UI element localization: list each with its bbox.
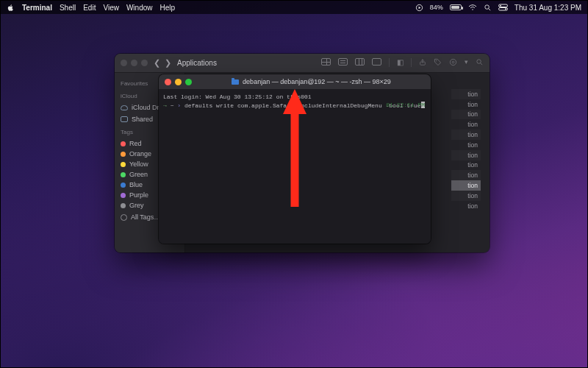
battery-icon[interactable] bbox=[450, 4, 462, 10]
view-gallery-icon[interactable] bbox=[372, 58, 381, 66]
battery-percent[interactable]: 84% bbox=[430, 4, 443, 11]
terminal-clock: 01:22:51 PM bbox=[386, 101, 425, 110]
terminal-last-login: Last login: Wed Aug 30 13:25:12 on ttys0… bbox=[163, 93, 312, 100]
folder-icon bbox=[121, 116, 128, 122]
menubar-item-shell[interactable]: Shell bbox=[60, 4, 76, 12]
list-item[interactable]: tion bbox=[451, 180, 481, 191]
list-item[interactable]: tion bbox=[451, 89, 481, 99]
sidebar-item-label: Orange bbox=[129, 150, 151, 158]
list-item[interactable]: tion bbox=[451, 140, 481, 150]
finder-toolbar-icons: ◧ ▾ bbox=[321, 58, 484, 68]
sidebar-item-label: Green bbox=[129, 171, 148, 178]
home-folder-icon bbox=[232, 79, 239, 85]
apple-menu-icon[interactable] bbox=[7, 4, 15, 12]
prompt-arrow-icon: → bbox=[163, 102, 167, 109]
tag-dot-icon bbox=[121, 193, 126, 198]
finder-minimize-button[interactable] bbox=[131, 60, 137, 66]
list-item[interactable]: tion bbox=[451, 99, 481, 110]
action-icon[interactable] bbox=[449, 58, 457, 68]
terminal-window[interactable]: debanjan — debanjan@192 — ~ — -zsh — 98×… bbox=[159, 74, 431, 244]
menubar-item-window[interactable]: Window bbox=[126, 4, 153, 12]
terminal-output[interactable]: Last login: Wed Aug 30 13:25:12 on ttys0… bbox=[159, 89, 431, 244]
svg-point-2 bbox=[485, 4, 490, 9]
finder-back-button[interactable]: ❮ bbox=[154, 58, 160, 68]
list-item[interactable]: tion bbox=[451, 150, 481, 160]
control-center-icon[interactable] bbox=[498, 4, 508, 11]
tag-dot-icon bbox=[121, 183, 126, 188]
chevron-down-icon[interactable]: ▾ bbox=[465, 58, 468, 68]
terminal-window-title: debanjan — debanjan@192 — ~ — -zsh — 98×… bbox=[243, 78, 391, 85]
menubar-item-edit[interactable]: Edit bbox=[83, 4, 96, 12]
svg-point-9 bbox=[450, 59, 456, 65]
tag-dot-icon bbox=[121, 203, 126, 208]
view-columns-icon[interactable] bbox=[355, 58, 365, 66]
sidebar-item-label: Purple bbox=[129, 191, 148, 199]
sidebar-item-label: Blue bbox=[129, 181, 143, 188]
finder-search-icon[interactable] bbox=[476, 58, 484, 68]
svg-point-10 bbox=[452, 61, 454, 63]
menubar-item-help[interactable]: Help bbox=[160, 4, 176, 12]
tag-dot-icon bbox=[121, 152, 126, 157]
list-item[interactable]: tion bbox=[451, 130, 481, 140]
svg-point-11 bbox=[477, 60, 481, 64]
view-list-icon[interactable] bbox=[338, 58, 348, 66]
svg-point-8 bbox=[436, 60, 437, 61]
sidebar-item-label: All Tags… bbox=[131, 213, 160, 221]
list-item[interactable]: tion bbox=[451, 191, 481, 201]
finder-zoom-button[interactable] bbox=[141, 60, 148, 66]
terminal-close-button[interactable] bbox=[165, 79, 171, 85]
tag-dot-icon bbox=[121, 172, 126, 177]
tag-dot-icon bbox=[121, 162, 126, 167]
terminal-minimize-button[interactable] bbox=[175, 79, 182, 85]
prompt-chevron-icon: › bbox=[177, 102, 181, 109]
cloud-icon bbox=[121, 105, 128, 110]
menubar-item-view[interactable]: View bbox=[103, 4, 119, 12]
sidebar-item-label: Red bbox=[129, 140, 142, 147]
svg-point-1 bbox=[472, 9, 473, 10]
wifi-icon[interactable] bbox=[468, 4, 477, 11]
menubar-datetime[interactable]: Thu 31 Aug 1:23 PM bbox=[514, 4, 581, 12]
tag-icon[interactable] bbox=[434, 58, 442, 68]
finder-traffic-lights bbox=[121, 60, 148, 66]
list-item[interactable]: tion bbox=[451, 160, 481, 171]
svg-point-4 bbox=[500, 5, 501, 7]
list-item[interactable]: tion bbox=[451, 170, 481, 180]
menubar-app-name[interactable]: Terminal bbox=[22, 4, 52, 12]
list-item[interactable]: tion bbox=[451, 201, 481, 211]
terminal-zoom-button[interactable] bbox=[185, 79, 192, 85]
list-item[interactable]: tion bbox=[451, 110, 481, 120]
finder-file-list-fragment: tiontiontiontiontiontiontiontiontiontion… bbox=[451, 89, 481, 211]
tag-dot-icon bbox=[121, 141, 126, 146]
finder-close-button[interactable] bbox=[121, 60, 127, 66]
sidebar-item-label: Grey bbox=[129, 202, 144, 209]
search-icon[interactable] bbox=[484, 4, 492, 12]
all-tags-icon bbox=[121, 214, 127, 221]
playback-status-icon[interactable] bbox=[415, 4, 423, 12]
svg-point-6 bbox=[505, 8, 506, 10]
sidebar-item-label: Shared bbox=[132, 116, 153, 123]
view-icon-grid-icon[interactable] bbox=[321, 58, 331, 66]
macos-menubar: Terminal Shell Edit View Window Help 84%… bbox=[1, 1, 587, 14]
finder-window-title: Applications bbox=[177, 59, 217, 67]
prompt-path: ~ bbox=[171, 102, 174, 109]
terminal-titlebar[interactable]: debanjan — debanjan@192 — ~ — -zsh — 98×… bbox=[159, 74, 431, 89]
group-by-icon[interactable]: ◧ bbox=[397, 58, 404, 68]
finder-forward-button[interactable]: ❯ bbox=[165, 58, 171, 68]
finder-titlebar[interactable]: ❮ ❯ Applications ◧ ▾ bbox=[115, 54, 490, 73]
list-item[interactable]: tion bbox=[451, 119, 481, 130]
share-icon[interactable] bbox=[419, 58, 426, 68]
toolbar-divider bbox=[389, 58, 390, 67]
terminal-traffic-lights bbox=[165, 79, 192, 85]
sidebar-item-label: Yellow bbox=[129, 160, 148, 168]
toolbar-divider bbox=[411, 58, 412, 67]
